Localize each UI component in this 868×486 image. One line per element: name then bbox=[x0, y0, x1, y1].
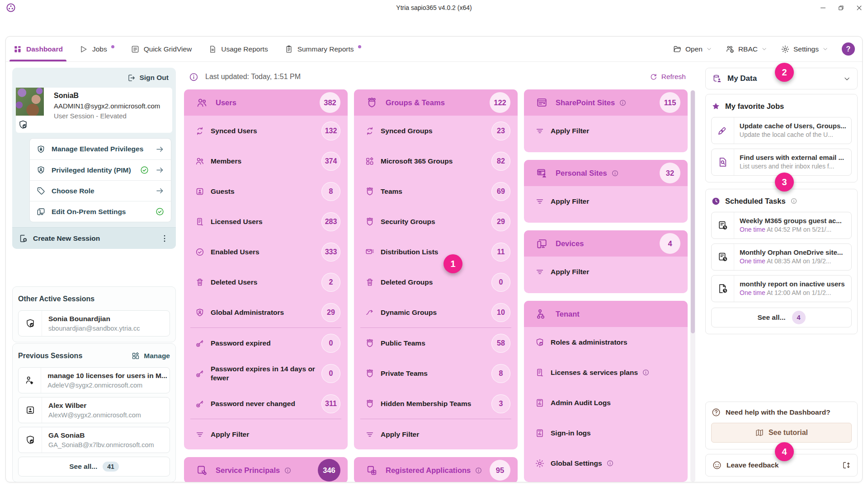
tab-jobs[interactable]: Jobs bbox=[79, 37, 114, 61]
see-all-count-badge: 41 bbox=[103, 462, 119, 472]
manage-sessions-button[interactable]: Manage bbox=[131, 351, 170, 360]
session-item-alex-wilber[interactable]: Alex WilberAlexW@sygx2.onmicrosoft.com bbox=[18, 397, 170, 423]
menu-item-manage-elevated-privileges[interactable]: Manage Elevated Privileges bbox=[30, 139, 171, 159]
open-dropdown[interactable]: Open bbox=[673, 45, 712, 54]
refresh-button[interactable]: Refresh bbox=[649, 73, 686, 81]
card-header-personal-sites[interactable]: Personal Sites32 bbox=[524, 160, 688, 186]
card-header-registered-applications[interactable]: Registered Applications95 bbox=[354, 457, 518, 482]
help-button[interactable]: ? bbox=[842, 42, 855, 56]
card-header-groups-teams[interactable]: Groups & Teams122 bbox=[354, 89, 518, 116]
report-doc-icon bbox=[535, 398, 545, 408]
favorite-job-update-cache-of-users-groups[interactable]: Update cache of Users, Groups...Update t… bbox=[711, 117, 852, 144]
card-row-global-settings[interactable]: Global Settings bbox=[524, 448, 688, 478]
apply-filter-button[interactable]: Apply Filter bbox=[524, 186, 688, 216]
card-header-sharepoint-sites[interactable]: SharePoint Sites115 bbox=[524, 89, 688, 116]
tab-usage-reports[interactable]: Usage Reports bbox=[208, 37, 268, 61]
card-row-members[interactable]: Members374 bbox=[184, 146, 348, 176]
scheduled-task-weekly-m365-groups-guest-ac[interactable]: Weekly M365 groups guest ac...One time A… bbox=[711, 212, 852, 239]
card-row-roles-administrators[interactable]: Roles & administrators bbox=[524, 327, 688, 357]
more-options-icon[interactable] bbox=[160, 234, 170, 243]
tab-summary-reports[interactable]: Summary Reports bbox=[284, 37, 361, 61]
apply-filter-button[interactable]: Apply Filter bbox=[354, 419, 518, 449]
card-row-licenses-services-plans[interactable]: Licenses & services plans bbox=[524, 357, 688, 388]
create-new-session-button[interactable]: Create New Session bbox=[12, 227, 176, 249]
card-row-public-teams[interactable]: Public Teams58 bbox=[354, 328, 518, 358]
card-row-password-never-changed[interactable]: Password never changed311 bbox=[184, 388, 348, 419]
rbac-dropdown[interactable]: RBAC bbox=[726, 45, 767, 54]
session-item-sonia-bounardjian[interactable]: Sonia Bounardjiansbounardjian@sandbox.yt… bbox=[18, 310, 170, 336]
see-all-sessions-button[interactable]: See all... 41 bbox=[18, 457, 170, 477]
row-label: Apply Filter bbox=[551, 267, 589, 276]
card-row-teams[interactable]: Teams69 bbox=[354, 176, 518, 206]
apply-filter-button[interactable]: Apply Filter bbox=[524, 257, 688, 287]
card-row-licensed-users[interactable]: Licensed Users283 bbox=[184, 206, 348, 237]
chevron-down-icon[interactable] bbox=[843, 75, 851, 83]
card-header-service-principals[interactable]: Service Principals346 bbox=[184, 457, 348, 482]
card-header-users[interactable]: Users382 bbox=[184, 89, 348, 116]
count-badge: 382 bbox=[320, 92, 340, 113]
card-row-synced-groups[interactable]: Synced Groups23 bbox=[354, 116, 518, 146]
job-subtitle: Update the local cache of the U... bbox=[740, 131, 846, 140]
menu-item-choose-role[interactable]: Choose Role bbox=[30, 180, 171, 201]
restore-button[interactable] bbox=[832, 1, 850, 14]
tab-quick-gridview[interactable]: Quick GridView bbox=[131, 37, 192, 61]
card-row-private-teams[interactable]: Private Teams8 bbox=[354, 358, 518, 388]
card-header-devices[interactable]: Devices4 bbox=[524, 230, 688, 257]
see-tutorial-button[interactable]: See tutorial bbox=[711, 423, 852, 443]
close-button[interactable] bbox=[850, 1, 868, 14]
leave-feedback-label: Leave feedback bbox=[726, 461, 837, 469]
session-item-ga-soniab[interactable]: GA SoniaBGA_SoniaB@x7lbv.onmicrosoft.com bbox=[18, 427, 170, 453]
scrollbar-thumb[interactable] bbox=[691, 90, 695, 333]
apply-filter-button[interactable]: Apply Filter bbox=[184, 419, 348, 449]
step-badge-1: 1 bbox=[443, 254, 462, 273]
card-row-synced-users[interactable]: Synced Users132 bbox=[184, 116, 348, 146]
card-row-deleted-groups[interactable]: Deleted Groups0 bbox=[354, 267, 518, 297]
expand-icon[interactable] bbox=[842, 461, 851, 470]
card-row-hidden-membership-teams[interactable]: Hidden Membership Teams3 bbox=[354, 388, 518, 419]
card-row-sign-in-logs[interactable]: Sign-in logs bbox=[524, 418, 688, 448]
main-scrollbar[interactable] bbox=[690, 90, 695, 482]
dynamic-icon bbox=[365, 308, 375, 318]
card-row-microsoft-365-groups[interactable]: Microsoft 365 Groups82 bbox=[354, 146, 518, 176]
see-all-tasks-button[interactable]: See all... 4 bbox=[711, 308, 852, 327]
count-badge: 8 bbox=[491, 364, 510, 383]
filter-icon bbox=[535, 196, 545, 206]
row-label: Password never changed bbox=[211, 399, 295, 408]
row-label: Dynamic Groups bbox=[381, 308, 437, 317]
card-row-global-administrators[interactable]: Global Administrators29 bbox=[184, 297, 348, 327]
favorite-job-find-users-with-external-email[interactable]: Find users with external email ...List u… bbox=[711, 149, 852, 176]
sign-out-button[interactable]: Sign Out bbox=[12, 68, 176, 88]
card-row-security-groups[interactable]: Security Groups29 bbox=[354, 206, 518, 237]
row-label: Apply Filter bbox=[211, 430, 249, 439]
card-row-password-expired[interactable]: Password expired0 bbox=[184, 328, 348, 358]
count-badge: 23 bbox=[491, 122, 510, 140]
card-header-tenant[interactable]: Tenant bbox=[524, 301, 688, 327]
gear-icon bbox=[781, 45, 790, 54]
chevron-down-icon bbox=[761, 46, 767, 52]
menu-item-edit-on-prem-settings[interactable]: Edit On-Prem Settings bbox=[30, 201, 171, 222]
card-row-enabled-users[interactable]: Enabled Users333 bbox=[184, 237, 348, 267]
minimize-button[interactable] bbox=[814, 1, 832, 14]
card-personal-sites: Personal Sites32Apply Filter bbox=[524, 160, 688, 223]
check-green-icon bbox=[140, 165, 149, 175]
settings-dropdown[interactable]: Settings bbox=[781, 45, 828, 54]
card-row-distribution-lists[interactable]: Distribution Lists11 bbox=[354, 237, 518, 267]
session-item-text: Alex WilberAlexW@sygx2.onmicrosoft.com bbox=[42, 397, 147, 423]
menu-item-privileged-identity-pim[interactable]: Privileged Identity (PIM) bbox=[30, 159, 171, 180]
card-row-deleted-users[interactable]: Deleted Users2 bbox=[184, 267, 348, 297]
card-row-dynamic-groups[interactable]: Dynamic Groups10 bbox=[354, 297, 518, 327]
shield-check-icon bbox=[535, 337, 545, 347]
card-row-guests[interactable]: Guests8 bbox=[184, 176, 348, 206]
session-item-manage-10-licenses-for-users-in-m[interactable]: manage 10 licenses for users in M...Adel… bbox=[18, 367, 170, 393]
favorite-jobs-title: My favorite Jobs bbox=[725, 102, 784, 111]
scheduled-task-monthly-orphan-onedrive-site[interactable]: Monthly Orphan OneDrive site...One time … bbox=[711, 243, 852, 271]
map-icon bbox=[755, 428, 764, 437]
scheduled-task-monthly-report-on-inactive-users[interactable]: monthly report on inactive usersOne time… bbox=[711, 275, 852, 302]
task-title: Weekly M365 groups guest ac... bbox=[740, 216, 842, 225]
main-nav: DashboardJobsQuick GridViewUsage Reports… bbox=[6, 37, 862, 62]
tab-dashboard[interactable]: Dashboard bbox=[13, 37, 63, 61]
card-row-password-expires-in-14-days-or-fewer[interactable]: Password expires in 14 days or fewer0 bbox=[184, 358, 348, 388]
card-row-admin-audit-logs[interactable]: Admin Audit Logs bbox=[524, 388, 688, 418]
smiley-icon bbox=[712, 460, 722, 470]
apply-filter-button[interactable]: Apply Filter bbox=[524, 116, 688, 146]
